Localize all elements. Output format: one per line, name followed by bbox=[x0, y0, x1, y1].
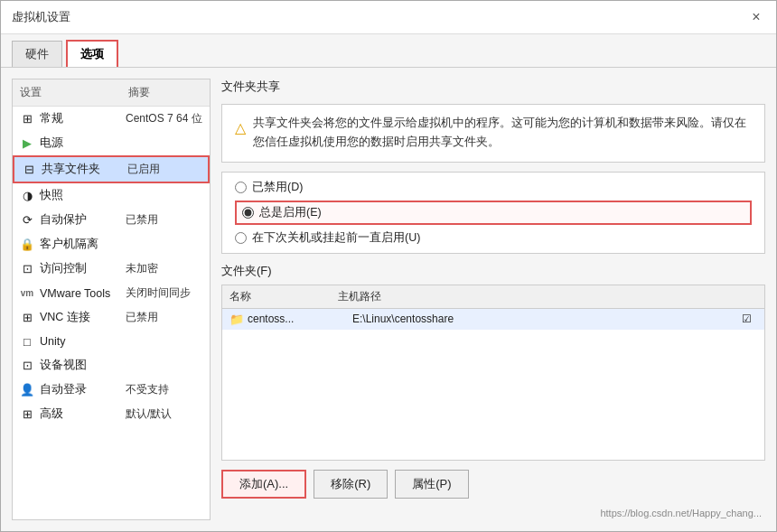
setting-item-snapshot[interactable]: ◑ 快照 bbox=[13, 183, 210, 208]
dialog-window: 虚拟机设置 × 硬件 选项 设置 摘要 ⊞ 常规 CentOS 7 64 位 ▶… bbox=[0, 0, 777, 532]
radio-until-suspend-label: 在下次关机或挂起前一直启用(U) bbox=[252, 230, 420, 246]
btn-row: 添加(A)... 移除(R) 属性(P) bbox=[221, 466, 765, 499]
tab-bar: 硬件 选项 bbox=[1, 34, 776, 68]
radio-always-label: 总是启用(E) bbox=[259, 205, 322, 220]
device-view-icon: ⊡ bbox=[20, 359, 34, 372]
setting-item-autologin[interactable]: 👤 自动登录 不受支持 bbox=[13, 378, 210, 402]
setting-item-vnc[interactable]: ⊞ VNC 连接 已禁用 bbox=[13, 305, 210, 330]
col-summary-header: 摘要 bbox=[128, 85, 202, 100]
setting-name-device-view: 设备视图 bbox=[40, 358, 126, 373]
info-box: △ 共享文件夹会将您的文件显示给虚拟机中的程序。这可能为您的计算机和数据带来风险… bbox=[221, 104, 765, 163]
radio-disabled-label: 已禁用(D) bbox=[252, 180, 303, 195]
access-control-icon: ⊡ bbox=[20, 262, 34, 275]
setting-value-autologin: 不受支持 bbox=[126, 382, 169, 397]
col-setting-header: 设置 bbox=[20, 85, 128, 100]
sharing-section-title: 文件夹共享 bbox=[221, 79, 765, 95]
folder-table-header: 名称 主机路径 bbox=[222, 285, 764, 309]
col-path-header: 主机路径 bbox=[338, 289, 757, 304]
left-panel: 设置 摘要 ⊞ 常规 CentOS 7 64 位 ▶ 电源 ⊟ 共享文件夹 已启… bbox=[12, 79, 211, 520]
setting-name-advanced: 高级 bbox=[40, 406, 126, 422]
setting-name-general: 常规 bbox=[40, 111, 126, 126]
col-name-header: 名称 bbox=[229, 289, 338, 304]
setting-item-device-view[interactable]: ⊡ 设备视图 bbox=[13, 353, 210, 378]
snapshot-icon: ◑ bbox=[20, 189, 34, 202]
radio-disabled-input[interactable] bbox=[235, 182, 247, 193]
setting-value-advanced: 默认/默认 bbox=[126, 406, 172, 422]
unity-icon: □ bbox=[20, 335, 34, 349]
advanced-icon: ⊞ bbox=[20, 407, 34, 421]
autosave-icon: ⟳ bbox=[20, 213, 34, 227]
setting-item-vmware-tools[interactable]: vm VMware Tools 关闭时间同步 bbox=[13, 281, 210, 305]
vnc-icon: ⊞ bbox=[20, 311, 34, 324]
warning-icon: △ bbox=[235, 116, 246, 153]
folder-section: 文件夹(F) 名称 主机路径 📁 centoss... E:\Linux\cen… bbox=[221, 263, 765, 499]
folder-section-title: 文件夹(F) bbox=[221, 263, 765, 279]
power-icon: ▶ bbox=[20, 136, 34, 150]
setting-item-power[interactable]: ▶ 电源 bbox=[13, 131, 210, 155]
setting-item-isolation[interactable]: 🔒 客户机隔离 bbox=[13, 232, 210, 257]
folder-path: E:\Linux\centosshare bbox=[352, 313, 735, 325]
setting-name-vmware-tools: VMware Tools bbox=[40, 287, 126, 300]
setting-name-unity: Unity bbox=[40, 335, 126, 348]
folder-name: centoss... bbox=[248, 313, 352, 325]
setting-item-unity[interactable]: □ Unity bbox=[13, 330, 210, 353]
radio-until-suspend-input[interactable] bbox=[235, 232, 247, 244]
radio-disabled[interactable]: 已禁用(D) bbox=[235, 180, 752, 195]
setting-value-vmware-tools: 关闭时间同步 bbox=[126, 285, 191, 301]
remove-button[interactable]: 移除(R) bbox=[314, 470, 388, 499]
info-text: 共享文件夹会将您的文件显示给虚拟机中的程序。这可能为您的计算机和数据带来风险。请… bbox=[253, 114, 752, 153]
general-icon: ⊞ bbox=[20, 112, 34, 126]
setting-item-access-control[interactable]: ⊡ 访问控制 未加密 bbox=[13, 257, 210, 281]
setting-name-autologin: 自动登录 bbox=[40, 382, 126, 397]
setting-name-power: 电源 bbox=[40, 135, 126, 151]
tab-hardware[interactable]: 硬件 bbox=[12, 41, 62, 67]
setting-item-autosave[interactable]: ⟳ 自动保护 已禁用 bbox=[13, 208, 210, 232]
radio-group-sharing: 已禁用(D) 总是启用(E) 在下次关机或挂起前一直启用(U) bbox=[221, 172, 765, 254]
isolation-icon: 🔒 bbox=[20, 238, 34, 251]
folder-check: ☑ bbox=[735, 313, 757, 325]
footer-link: https://blog.csdn.net/Happy_chang... bbox=[221, 508, 765, 520]
setting-name-snapshot: 快照 bbox=[40, 188, 126, 203]
tab-options[interactable]: 选项 bbox=[66, 40, 118, 67]
radio-always-input[interactable] bbox=[242, 207, 254, 219]
autologin-icon: 👤 bbox=[20, 383, 34, 397]
setting-value-access-control: 未加密 bbox=[126, 261, 158, 276]
setting-name-access-control: 访问控制 bbox=[40, 261, 126, 276]
radio-always[interactable]: 总是启用(E) bbox=[235, 201, 752, 225]
properties-button[interactable]: 属性(P) bbox=[395, 470, 468, 499]
folder-table-body: 📁 centoss... E:\Linux\centosshare ☑ bbox=[222, 309, 764, 461]
close-button[interactable]: × bbox=[747, 8, 765, 26]
setting-item-general[interactable]: ⊞ 常规 CentOS 7 64 位 bbox=[13, 107, 210, 131]
setting-item-shared-folders[interactable]: ⊟ 共享文件夹 已启用 bbox=[13, 155, 210, 183]
shared-folders-icon: ⊟ bbox=[22, 163, 36, 176]
dialog-title: 虚拟机设置 bbox=[12, 9, 70, 25]
setting-name-isolation: 客户机隔离 bbox=[40, 237, 126, 252]
setting-value-shared-folders: 已启用 bbox=[127, 162, 160, 177]
setting-name-shared-folders: 共享文件夹 bbox=[42, 162, 127, 177]
setting-name-autosave: 自动保护 bbox=[40, 212, 126, 228]
setting-value-vnc: 已禁用 bbox=[126, 310, 158, 325]
right-panel: 文件夹共享 △ 共享文件夹会将您的文件显示给虚拟机中的程序。这可能为您的计算机和… bbox=[221, 79, 765, 520]
folder-row[interactable]: 📁 centoss... E:\Linux\centosshare ☑ bbox=[222, 309, 764, 330]
main-content: 设置 摘要 ⊞ 常规 CentOS 7 64 位 ▶ 电源 ⊟ 共享文件夹 已启… bbox=[1, 68, 776, 531]
radio-until-suspend[interactable]: 在下次关机或挂起前一直启用(U) bbox=[235, 230, 752, 246]
folder-icon: 📁 bbox=[229, 313, 244, 326]
setting-value-autosave: 已禁用 bbox=[126, 212, 158, 228]
title-bar: 虚拟机设置 × bbox=[1, 1, 776, 34]
setting-value-general: CentOS 7 64 位 bbox=[126, 111, 202, 126]
folder-table: 名称 主机路径 📁 centoss... E:\Linux\centosshar… bbox=[221, 285, 765, 462]
setting-name-vnc: VNC 连接 bbox=[40, 310, 126, 325]
setting-item-advanced[interactable]: ⊞ 高级 默认/默认 bbox=[13, 402, 210, 426]
vmware-tools-icon: vm bbox=[20, 288, 34, 298]
add-button[interactable]: 添加(A)... bbox=[221, 470, 306, 499]
left-panel-header: 设置 摘要 bbox=[13, 79, 210, 107]
